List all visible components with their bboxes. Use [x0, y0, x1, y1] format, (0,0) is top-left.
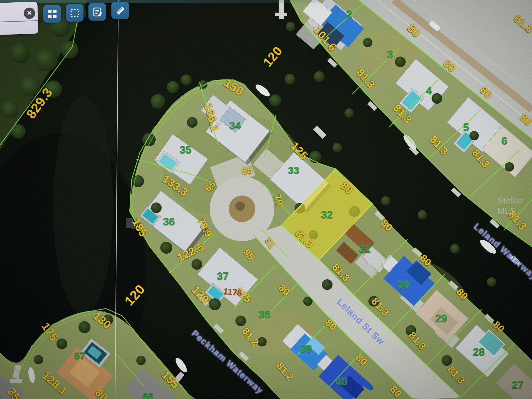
search-panel: ✕	[0, 2, 39, 36]
ruler-icon	[115, 5, 126, 16]
grid-icon	[47, 9, 57, 19]
measure-button[interactable]	[111, 2, 129, 19]
selection-square-icon	[70, 8, 80, 18]
layers-grid-button[interactable]	[43, 5, 61, 23]
watermark: Stellar MLS	[497, 196, 532, 216]
select-area-button[interactable]	[66, 4, 83, 22]
gis-map-viewer: 829.3120101.6150166.11258081.38081.38081…	[0, 0, 532, 399]
notes-edit-icon	[92, 7, 102, 17]
aerial-map[interactable]	[0, 0, 532, 399]
notes-button[interactable]	[88, 3, 106, 21]
close-button[interactable]: ✕	[24, 7, 35, 19]
panel-divider	[0, 20, 38, 23]
